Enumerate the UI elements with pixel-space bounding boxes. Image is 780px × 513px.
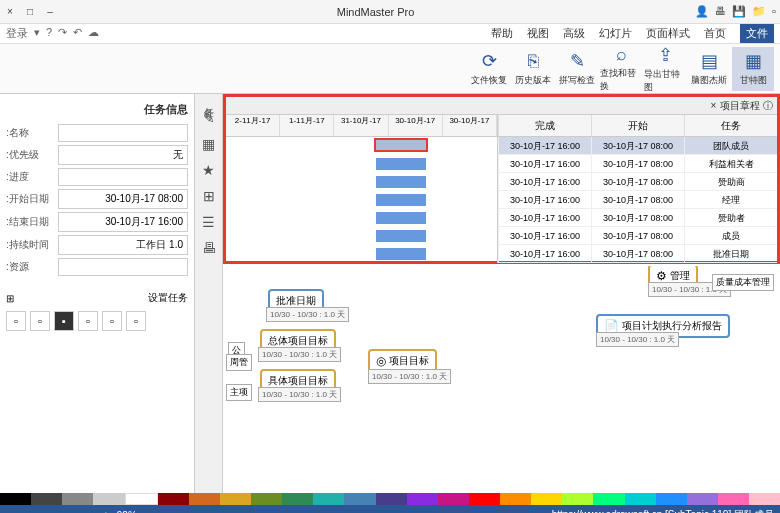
menu-advanced[interactable]: 高级	[563, 26, 585, 41]
date-tag: 10/30 - 10/30 : 1.0 天	[258, 387, 341, 402]
new-icon[interactable]: ▫	[772, 5, 776, 18]
gantt-task-columns: 任务 开始 完成 团队成员30-10月-17 08:0030-10月-17 16…	[497, 115, 777, 263]
gantt-row[interactable]: 利益相关者30-10月-17 08:0030-10月-17 16:00	[498, 155, 777, 173]
layout-opt-3[interactable]: ▫	[78, 311, 98, 331]
tool-gantt[interactable]: ▦甘特图	[732, 47, 774, 91]
close-icon[interactable]: ×	[4, 6, 16, 18]
main-area: 任务信息 名称:无优先级:进度:30-10月-17 08:00开始日期:30-1…	[0, 94, 780, 493]
prop-value[interactable]: 30-10月-17 16:00	[58, 212, 188, 232]
gantt-close-icon[interactable]: ×	[710, 100, 716, 111]
undo-icon[interactable]: ↶	[73, 26, 82, 41]
gantt-bar[interactable]	[376, 212, 426, 224]
brain-icon: ▤	[701, 50, 718, 72]
layout-opt-5[interactable]: ▫	[30, 311, 50, 331]
redo-icon[interactable]: ↷	[58, 26, 67, 41]
gantt-row[interactable]: 成员30-10月-17 08:0030-10月-17 16:00	[498, 227, 777, 245]
menu-slides[interactable]: 幻灯片	[599, 26, 632, 41]
ribbon-toolbar: ⟳文件恢复 ⎘历史版本 ✎拼写检查 ⌕查找和替换 ⇪导出甘特图 ▤脑图杰斯 ▦甘…	[0, 44, 780, 94]
gantt-timeline[interactable]: 30-10月-17 30-10月-17 31-10月-17 1-11月-17 2…	[226, 115, 497, 263]
maximize-icon[interactable]: □	[24, 6, 36, 18]
side-label[interactable]: 质量成本管理	[712, 274, 774, 291]
menu-view[interactable]: 视图	[527, 26, 549, 41]
help-icon[interactable]: ?	[46, 26, 52, 41]
layout-opt-1[interactable]: ▫	[126, 311, 146, 331]
gantt-bar[interactable]	[376, 158, 426, 170]
date-tag: 10/30 - 10/30 : 1.0 天	[596, 332, 679, 347]
gantt-row[interactable]: 赞助者30-10月-17 08:0030-10月-17 16:00	[498, 209, 777, 227]
layout-opt-6[interactable]: ▫	[6, 311, 26, 331]
tool-find-replace[interactable]: ⌕查找和替换	[600, 47, 642, 91]
zoom-in-icon[interactable]: +	[103, 510, 109, 514]
save-icon[interactable]: 💾	[732, 5, 746, 18]
tool-history[interactable]: ⎘历史版本	[512, 47, 554, 91]
layout-section: 设置任务 ⊞	[6, 291, 188, 305]
side-label[interactable]: 主项	[226, 384, 252, 401]
strip-list-icon[interactable]: ☰	[202, 214, 215, 230]
menu-home[interactable]: 首页	[704, 26, 726, 41]
prop-row: 30-10月-17 16:00结束日期:	[6, 212, 188, 232]
user-icon[interactable]: 👤	[695, 5, 709, 18]
gantt-row[interactable]: 经理30-10月-17 08:0030-10月-17 16:00	[498, 191, 777, 209]
mindmap-canvas[interactable]: ⌂ 项目章程 📖基本信息总览◎项目目标💬项目组织⚙管理📄项目计划执行分析报告团队…	[223, 266, 780, 493]
properties-panel: 任务信息 名称:无优先级:进度:30-10月-17 08:00开始日期:30-1…	[0, 94, 195, 493]
prop-row: 无优先级:	[6, 145, 188, 165]
titlebar: × □ – MindMaster Pro 👤 🖶 💾 📁 ▫	[0, 0, 780, 24]
gantt-table: 任务 开始 完成 团队成员30-10月-17 08:0030-10月-17 16…	[226, 115, 777, 263]
gantt-bar[interactable]	[376, 176, 426, 188]
layout-options: ▫ ▫ ▫ ▪ ▫ ▫	[6, 311, 188, 331]
gantt-row[interactable]: 赞助商30-10月-17 08:0030-10月-17 16:00	[498, 173, 777, 191]
gantt-row[interactable]: 团队成员30-10月-17 08:0030-10月-17 16:00	[498, 137, 777, 155]
layout-opt-2[interactable]: ▫	[102, 311, 122, 331]
menu-page-style[interactable]: 页面样式	[646, 26, 690, 41]
strip-star-icon[interactable]: ★	[202, 162, 215, 178]
date-tag: 10/30 - 10/30 : 1.0 天	[266, 307, 349, 322]
prop-value[interactable]: 30-10月-17 08:00	[58, 189, 188, 209]
print-icon[interactable]: 🖶	[715, 5, 726, 18]
prop-label: 持续时间:	[6, 238, 54, 252]
strip-print-icon[interactable]: 🖶	[202, 240, 216, 256]
gantt-bar-highlight	[374, 138, 428, 152]
color-palette[interactable]	[0, 493, 780, 505]
node-icon: ◎	[376, 354, 386, 368]
prop-label: 开始日期:	[6, 192, 54, 206]
tool-spellcheck[interactable]: ✎拼写检查	[556, 47, 598, 91]
find-icon: ⌕	[616, 44, 627, 65]
gantt-bar[interactable]	[376, 230, 426, 242]
prop-value[interactable]: 无	[58, 145, 188, 165]
login-link[interactable]: 登录	[6, 26, 28, 41]
prop-value[interactable]	[58, 168, 188, 186]
tool-brainmap[interactable]: ▤脑图杰斯	[688, 47, 730, 91]
tool-export-gantt[interactable]: ⇪导出甘特图	[644, 47, 686, 91]
prop-value[interactable]	[58, 258, 188, 276]
folder-icon[interactable]: 📁	[752, 5, 766, 18]
gantt-row[interactable]: 批准日期30-10月-17 08:0030-10月-17 16:00	[498, 245, 777, 263]
strip-edit-icon[interactable]: ✎	[203, 110, 215, 126]
prop-value[interactable]	[58, 124, 188, 142]
prop-value[interactable]: 1.0 工作日	[58, 235, 188, 255]
col-end: 完成	[498, 115, 591, 136]
zoom-out-icon[interactable]: −	[21, 510, 27, 514]
strip-add-icon[interactable]: ⊞	[203, 188, 215, 204]
col-start: 开始	[591, 115, 684, 136]
prop-row: 资源:	[6, 258, 188, 276]
gantt-col-headers: 任务 开始 完成	[498, 115, 777, 137]
status-left: ▫▫ − + 92%	[6, 510, 137, 514]
gantt-bar[interactable]	[376, 248, 426, 260]
gantt-bar[interactable]	[376, 194, 426, 206]
menu-file[interactable]: 文件	[740, 24, 774, 43]
dropdown-icon[interactable]: ▾	[34, 26, 40, 41]
prop-row: 进度:	[6, 168, 188, 186]
view-icon[interactable]: ▫▫	[6, 510, 13, 514]
expand-icon[interactable]: ⊞	[6, 293, 14, 304]
gantt-title: 项目章程 ⓘ	[720, 99, 773, 113]
recover-icon: ⟳	[482, 50, 497, 72]
strip-grid-icon[interactable]: ▦	[202, 136, 215, 152]
tool-file-recover[interactable]: ⟳文件恢复	[468, 47, 510, 91]
side-label[interactable]: 周管	[226, 354, 252, 371]
minimize-icon[interactable]: –	[44, 6, 56, 18]
zoom-value: 92%	[117, 510, 137, 514]
cloud-icon[interactable]: ☁	[88, 26, 99, 41]
menu-help[interactable]: 帮助	[491, 26, 513, 41]
prop-label: 优先级:	[6, 148, 54, 162]
layout-opt-4[interactable]: ▪	[54, 311, 74, 331]
